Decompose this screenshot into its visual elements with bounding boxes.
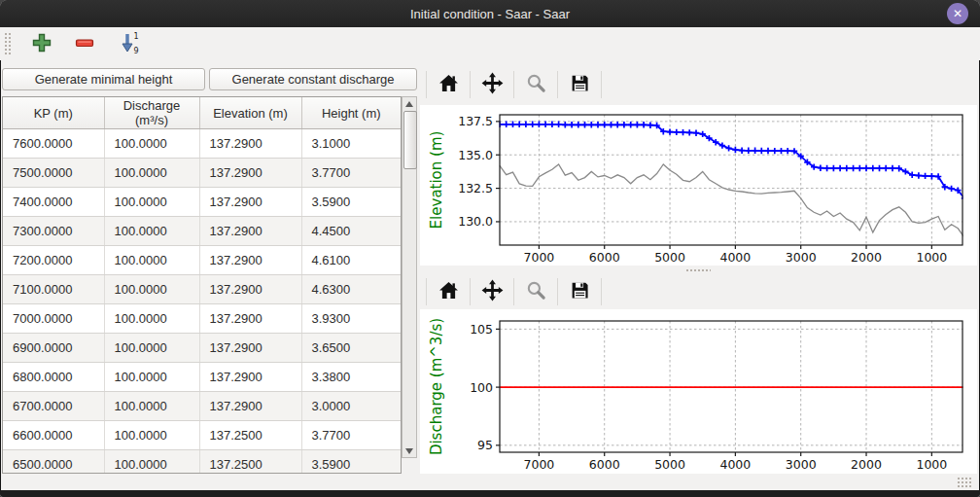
table-row: 6600.0000100.0000137.25003.7700 <box>3 421 401 450</box>
table-scrollbar[interactable] <box>402 96 417 458</box>
table-cell[interactable]: 3.7700 <box>301 159 401 188</box>
table-cell[interactable]: 100.0000 <box>104 246 199 275</box>
table-cell[interactable]: 3.3800 <box>301 363 401 392</box>
table-cell[interactable]: 7200.0000 <box>3 246 104 275</box>
titlebar[interactable]: Initial condition - Saar - Saar ✕ <box>0 0 980 27</box>
table-cell[interactable]: 7400.0000 <box>3 188 104 217</box>
svg-text:95: 95 <box>477 438 493 452</box>
scroll-up-button[interactable] <box>402 97 416 110</box>
window-title: Initial condition - Saar - Saar <box>410 7 570 21</box>
sort-ascending-icon: 1 9 <box>118 30 143 58</box>
table-body: 7600.0000100.0000137.29003.10007500.0000… <box>3 129 401 475</box>
table-cell[interactable]: 100.0000 <box>104 334 199 363</box>
separator <box>426 278 427 305</box>
nav-home-button[interactable] <box>433 276 464 307</box>
table-cell[interactable]: 137.2900 <box>199 188 301 217</box>
save-icon <box>570 73 590 96</box>
discharge-chart-canvas[interactable]: 700060005000400030002000100010510095Disc… <box>420 309 977 474</box>
add-row-button[interactable] <box>27 29 56 58</box>
table-cell[interactable]: 137.2900 <box>199 246 301 275</box>
svg-text:7000: 7000 <box>523 250 554 265</box>
table-cell[interactable]: 137.2500 <box>199 450 301 475</box>
table-cell[interactable]: 3.9300 <box>301 304 401 334</box>
table-cell[interactable]: 7000.0000 <box>3 304 104 334</box>
table-row: 7600.0000100.0000137.29003.1000 <box>3 129 401 159</box>
table-cell[interactable]: 137.2900 <box>199 334 301 363</box>
scroll-down-button[interactable] <box>402 444 416 457</box>
table-cell[interactable]: 3.7700 <box>301 421 401 450</box>
sort-top-number: 1 <box>134 32 139 41</box>
window-resize-grip[interactable] <box>957 477 971 489</box>
table-cell[interactable]: 6900.0000 <box>3 334 104 363</box>
column-header-discharge[interactable]: Discharge (m³/s) <box>104 97 199 129</box>
close-button[interactable]: ✕ <box>947 3 968 24</box>
svg-text:132.5: 132.5 <box>458 181 493 195</box>
table-cell[interactable]: 137.2900 <box>199 275 301 304</box>
table-cell[interactable]: 100.0000 <box>104 217 199 246</box>
column-header-elevation[interactable]: Elevation (m) <box>199 97 301 129</box>
chart-splitter-handle[interactable] <box>685 268 711 273</box>
nav-pan-button[interactable] <box>476 276 508 307</box>
table-cell[interactable]: 4.6100 <box>301 246 401 275</box>
table-cell[interactable]: 137.2900 <box>199 217 301 246</box>
nav-pan-button[interactable] <box>476 69 508 100</box>
table-cell[interactable]: 3.5900 <box>301 188 401 217</box>
table-cell[interactable]: 100.0000 <box>104 275 199 304</box>
separator <box>601 71 602 98</box>
table-cell[interactable]: 6600.0000 <box>3 421 104 450</box>
nav-zoom-button[interactable] <box>520 69 551 100</box>
table-cell[interactable]: 100.0000 <box>104 392 199 421</box>
elevation-chart-canvas[interactable]: 7000600050004000300020001000137.5135.013… <box>420 105 977 266</box>
save-icon <box>570 280 590 303</box>
table-cell[interactable]: 7500.0000 <box>3 159 104 188</box>
table-cell[interactable]: 137.2900 <box>199 159 301 188</box>
table-cell[interactable]: 100.0000 <box>104 304 199 334</box>
svg-text:2000: 2000 <box>851 457 882 472</box>
nav-zoom-button[interactable] <box>520 276 551 307</box>
table-cell[interactable]: 100.0000 <box>104 188 199 217</box>
table-cell[interactable]: 7600.0000 <box>3 129 104 159</box>
generate-minimal-height-button[interactable]: Generate minimal height <box>2 68 205 90</box>
table-cell[interactable]: 137.2900 <box>199 129 301 159</box>
scrollbar-thumb[interactable] <box>403 111 417 169</box>
separator <box>557 278 558 305</box>
remove-row-button[interactable] <box>70 29 99 58</box>
separator <box>513 278 514 305</box>
table-cell[interactable]: 137.2900 <box>199 363 301 392</box>
table-cell[interactable]: 7300.0000 <box>3 217 104 246</box>
svg-text:6000: 6000 <box>589 457 620 472</box>
table-cell[interactable]: 7100.0000 <box>3 275 104 304</box>
table-cell[interactable]: 3.6500 <box>301 334 401 363</box>
nav-home-button[interactable] <box>433 69 464 100</box>
table-cell[interactable]: 137.2900 <box>199 392 301 421</box>
table-row: 6700.0000100.0000137.29003.0000 <box>3 392 401 421</box>
table-cell[interactable]: 100.0000 <box>104 363 199 392</box>
separator <box>470 278 471 305</box>
plus-icon <box>31 32 52 56</box>
table-cell[interactable]: 100.0000 <box>104 450 199 475</box>
minus-icon <box>74 32 95 56</box>
separator <box>426 71 427 98</box>
sort-button[interactable]: 1 9 <box>113 29 148 58</box>
table-cell[interactable]: 100.0000 <box>104 159 199 188</box>
table-cell[interactable]: 137.2500 <box>199 421 301 450</box>
table-cell[interactable]: 100.0000 <box>104 421 199 450</box>
table-cell[interactable]: 6800.0000 <box>3 363 104 392</box>
table-cell[interactable]: 4.6300 <box>301 275 401 304</box>
toolbar-drag-handle[interactable] <box>4 32 12 55</box>
table-cell[interactable]: 3.0000 <box>301 392 401 421</box>
table-cell[interactable]: 100.0000 <box>104 129 199 159</box>
column-header-kp[interactable]: KP (m) <box>3 97 104 129</box>
table-cell[interactable]: 6700.0000 <box>3 392 104 421</box>
column-header-height[interactable]: Height (m) <box>301 97 401 129</box>
svg-text:Elevation (m): Elevation (m) <box>428 131 445 230</box>
table-cell[interactable]: 3.1000 <box>301 129 401 159</box>
table-cell[interactable]: 4.4500 <box>301 217 401 246</box>
table-row: 7000.0000100.0000137.29003.9300 <box>3 304 401 334</box>
nav-save-button[interactable] <box>564 276 595 307</box>
table-cell[interactable]: 137.2900 <box>199 304 301 334</box>
table-cell[interactable]: 3.5900 <box>301 450 401 475</box>
generate-constant-discharge-button[interactable]: Generate constant discharge <box>209 68 417 90</box>
table-cell[interactable]: 6500.0000 <box>3 450 104 475</box>
nav-save-button[interactable] <box>564 69 595 100</box>
